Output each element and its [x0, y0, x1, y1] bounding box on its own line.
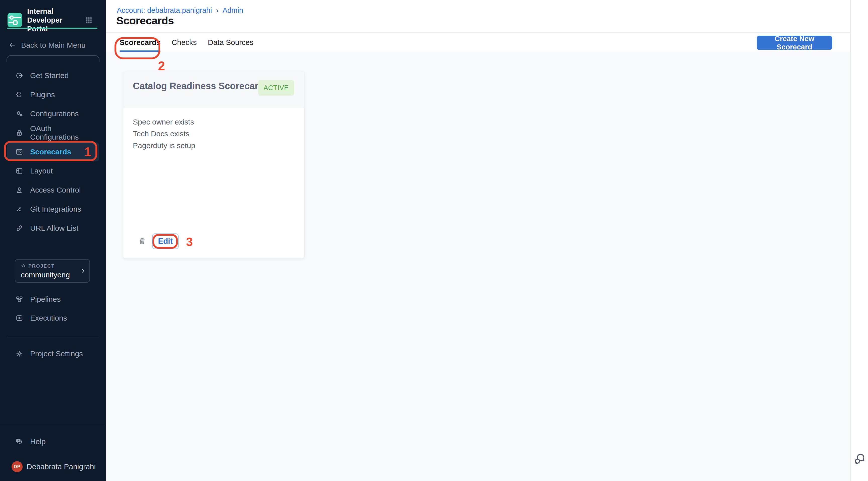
right-rail [850, 0, 868, 481]
sidebar-item-label: Project Settings [30, 349, 83, 358]
tab-scorecards[interactable]: Scorecards [120, 33, 160, 52]
brand-divider [7, 28, 97, 29]
delete-scorecard-button[interactable] [136, 235, 148, 247]
sidebar-item-label: Get Started [30, 71, 68, 80]
link-icon [15, 224, 23, 232]
sidebar-divider [0, 425, 106, 425]
project-selector[interactable]: PROJECT communityeng [15, 259, 90, 283]
idp-logo-icon [7, 13, 22, 27]
status-badge: ACTIVE [258, 80, 294, 96]
project-name: communityeng [21, 270, 70, 279]
sidebar-item-label: Scorecards [30, 148, 71, 156]
get-started-icon [15, 71, 23, 79]
plugins-icon [15, 91, 23, 99]
avatar: DP [11, 461, 23, 472]
user-name: Debabrata Panigrahi [27, 462, 96, 471]
page-header: Account: debabrata.panigrahi › Admin Sco… [106, 0, 850, 33]
admin-nav: Get Started Plugins Configurations [0, 66, 106, 238]
git-branch-icon [15, 205, 23, 213]
tab-checks[interactable]: Checks [172, 33, 197, 52]
logo-row: Internal Developer Portal [7, 7, 98, 33]
executions-play-icon [15, 314, 23, 322]
create-new-scorecard-button[interactable]: Create New Scorecard [757, 36, 832, 50]
back-to-main-menu-label: Back to Main Menu [21, 41, 86, 50]
sidebar-item-label: OAuth Configurations [30, 124, 99, 141]
sidebar-item-url-allow-list[interactable]: URL Allow List [7, 219, 99, 238]
sidebar-item-label: Pipelines [30, 295, 61, 303]
person-icon [15, 186, 23, 194]
tab-data-sources[interactable]: Data Sources [208, 33, 253, 52]
sidebar-item-layout[interactable]: Layout [7, 161, 99, 181]
scorecard-check-item: Tech Docs exists [133, 128, 195, 139]
sidebar-item-label: Layout [30, 167, 53, 175]
sidebar-item-label: Access Control [30, 186, 81, 194]
sidebar-item-executions[interactable]: Executions [7, 309, 99, 327]
sidebar-item-get-started[interactable]: Get Started [7, 66, 99, 85]
nav-container-border [6, 55, 99, 62]
layers-icon [21, 264, 26, 268]
project-label: PROJECT [28, 263, 55, 269]
sidebar-item-label: Configurations [30, 109, 79, 118]
sidebar-item-label: URL Allow List [30, 224, 79, 232]
page-title: Scorecards [116, 14, 174, 27]
sidebar-item-label: Executions [30, 314, 67, 322]
breadcrumb-admin-link[interactable]: Admin [222, 6, 243, 14]
trash-icon [137, 236, 147, 245]
sidebar-divider [7, 337, 99, 338]
app-title: Internal Developer Portal [27, 7, 72, 33]
sidebar-item-access-control[interactable]: Access Control [7, 181, 99, 200]
svg-text:?: ? [17, 439, 19, 442]
back-to-main-menu[interactable]: Back to Main Menu [8, 38, 86, 52]
app-grid-icon[interactable] [84, 15, 94, 25]
scorecard-card-header: Catalog Readiness Scorecard ACTIVE [123, 71, 304, 108]
chevron-right-icon [80, 268, 86, 274]
sidebar-item-git-integrations[interactable]: Git Integrations [7, 200, 99, 219]
lock-icon [15, 129, 23, 137]
breadcrumb-separator-icon: › [216, 6, 218, 14]
help-chat-icon: ? [15, 438, 23, 446]
sidebar-item-scorecards[interactable]: Scorecards [7, 142, 99, 161]
scorecard-checks-list: Spec owner exists Tech Docs exists Pager… [133, 116, 195, 151]
layout-icon [15, 167, 23, 175]
pipelines-icon [15, 295, 23, 303]
chat-bubbles-icon [853, 452, 866, 466]
sidebar-item-label: Plugins [30, 90, 55, 99]
scorecard-check-item: Pagerduty is setup [133, 139, 195, 151]
gear-icon [15, 350, 23, 358]
project-label-row: PROJECT [21, 263, 55, 269]
arrow-left-icon [8, 41, 16, 49]
scorecard-card: Catalog Readiness Scorecard ACTIVE Spec … [123, 71, 304, 259]
sidebar-item-project-settings[interactable]: Project Settings [7, 345, 99, 363]
sidebar-item-pipelines[interactable]: Pipelines [7, 290, 99, 309]
tab-bar: Scorecards Checks Data Sources Create Ne… [106, 33, 850, 52]
sidebar-item-oauth-configurations[interactable]: OAuth Configurations [7, 123, 99, 142]
support-chat-button[interactable] [853, 452, 866, 466]
sidebar-item-configurations[interactable]: Configurations [7, 104, 99, 123]
breadcrumb: Account: debabrata.panigrahi › Admin [117, 6, 243, 14]
scorecard-icon [15, 148, 23, 156]
sidebar: Internal Developer Portal Back to Main M… [0, 0, 106, 481]
scorecard-check-item: Spec owner exists [133, 116, 195, 128]
sidebar-item-plugins[interactable]: Plugins [7, 85, 99, 104]
scorecard-title: Catalog Readiness Scorecard [133, 81, 264, 91]
main-content: Account: debabrata.panigrahi › Admin Sco… [106, 0, 850, 481]
sidebar-item-help[interactable]: ? Help [7, 432, 99, 451]
sidebar-item-label: Help [30, 437, 46, 446]
user-menu[interactable]: DP Debabrata Panigrahi [7, 457, 99, 476]
sidebar-item-label: Git Integrations [30, 205, 81, 214]
gears-icon [15, 110, 23, 118]
edit-scorecard-button[interactable]: Edit [152, 233, 179, 249]
breadcrumb-account-link[interactable]: Account: debabrata.panigrahi [117, 6, 212, 14]
